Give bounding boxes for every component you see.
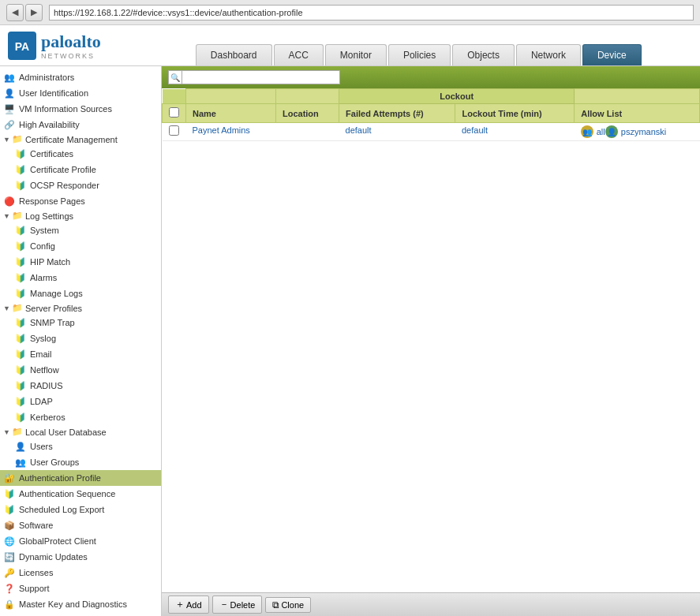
add-button[interactable]: ＋ Add: [168, 595, 209, 614]
browser-nav-buttons: ◀ ▶: [6, 4, 43, 21]
config-icon: 🔰: [14, 240, 27, 252]
snmp-trap-icon: 🔰: [14, 316, 27, 329]
search-icon[interactable]: 🔍: [168, 70, 182, 84]
sidebar-item-authentication-profile[interactable]: 🔐Authentication Profile: [0, 470, 161, 486]
sidebar-item-vm-information-sources[interactable]: 🖥️VM Information Sources: [0, 101, 161, 117]
sidebar-item-licenses[interactable]: 🔑Licenses: [0, 565, 161, 581]
sidebar-item-response-pages[interactable]: 🔴Response Pages: [0, 193, 161, 209]
sidebar-item-master-key-and-diagnostics[interactable]: 🔒Master Key and Diagnostics: [0, 596, 161, 612]
sidebar-item-ldap[interactable]: 🔰LDAP: [0, 394, 161, 409]
delete-button[interactable]: － Delete: [212, 595, 263, 614]
select-all-checkbox[interactable]: [169, 107, 179, 118]
row-location-cell: [275, 123, 339, 141]
failed-attempts-col-header[interactable]: Failed Attempts (#): [339, 104, 455, 123]
sidebar: 👥Administrators👤User Identification🖥️VM …: [0, 66, 162, 616]
scheduled-log-export-icon: 🔰: [3, 503, 16, 516]
lockout-time-col-header[interactable]: Lockout Time (min): [455, 104, 575, 123]
row-name-link[interactable]: Paynet Admins: [193, 125, 250, 135]
search-bar: 🔍: [168, 70, 340, 84]
sidebar-item-dynamic-updates[interactable]: 🔄Dynamic Updates: [0, 549, 161, 565]
sidebar-label-master-key-and-diagnostics: Master Key and Diagnostics: [19, 599, 127, 609]
sidebar-item-config[interactable]: 🔰Config: [0, 238, 161, 254]
user-avatar-icon: 👤: [605, 125, 618, 138]
sidebar-item-server-profiles[interactable]: ▼📁Server Profiles: [0, 301, 161, 315]
nav-tab-network[interactable]: Network: [516, 44, 581, 65]
sidebar-item-hip-match[interactable]: 🔰HIP Match: [0, 254, 161, 270]
sidebar-item-users[interactable]: 👤Users: [0, 439, 161, 454]
sidebar-item-local-user-database[interactable]: ▼📁Local User Database: [0, 425, 161, 439]
address-bar[interactable]: [49, 5, 694, 21]
sidebar-label-local-user-database: Local User Database: [25, 427, 107, 437]
sidebar-item-administrators[interactable]: 👥Administrators: [0, 69, 161, 85]
sidebar-item-software[interactable]: 📦Software: [0, 517, 161, 533]
sidebar-label-email: Email: [30, 349, 52, 359]
clone-icon: ⧉: [272, 599, 279, 610]
sidebar-label-snmp-trap: SNMP Trap: [30, 318, 75, 327]
logo-subtitle: NETWORKS: [41, 52, 101, 60]
row-failed-attempts-link[interactable]: default: [346, 125, 372, 135]
sidebar-item-kerberos[interactable]: 🔰Kerberos: [0, 409, 161, 425]
table-row: Paynet Adminsdefaultdefault👥all👤pszymans…: [163, 123, 700, 141]
sidebar-item-high-availability[interactable]: 🔗High Availability: [0, 117, 161, 133]
sidebar-label-alarms: Alarms: [30, 273, 57, 282]
nav-tab-objects[interactable]: Objects: [452, 44, 515, 65]
sidebar-label-log-settings: Log Settings: [25, 211, 73, 221]
checkbox-all-header[interactable]: [163, 104, 186, 123]
add-icon: ＋: [175, 598, 185, 611]
nav-tab-policies[interactable]: Policies: [388, 44, 451, 65]
sidebar-item-certificate-profile[interactable]: 🔰Certificate Profile: [0, 162, 161, 177]
sidebar-item-system[interactable]: 🔰System: [0, 222, 161, 238]
expand-arrow-log-settings: ▼: [3, 212, 10, 220]
table-area: Lockout Name Location Failed Attempts (#…: [162, 88, 700, 592]
nav-tab-acc[interactable]: ACC: [274, 44, 324, 65]
row-checkbox-cell: [163, 123, 186, 141]
sidebar-item-authentication-sequence[interactable]: 🔰Authentication Sequence: [0, 486, 161, 502]
sidebar-item-support[interactable]: ❓Support: [0, 581, 161, 596]
logo-bar: PA paloalto NETWORKS DashboardACCMonitor…: [0, 25, 700, 66]
radius-icon: 🔰: [14, 379, 27, 392]
nav-tab-dashboard[interactable]: Dashboard: [196, 44, 272, 65]
location-col-spacer: [275, 89, 339, 104]
logo-name: paloalto: [41, 32, 101, 52]
row-lockout-time-cell: default: [455, 123, 575, 141]
sidebar-item-scheduled-log-export[interactable]: 🔰Scheduled Log Export: [0, 502, 161, 517]
system-icon: 🔰: [14, 224, 27, 237]
expand-arrow-certificate-management: ▼: [3, 136, 10, 144]
nav-tab-monitor[interactable]: Monitor: [325, 44, 387, 65]
name-col-header[interactable]: Name: [186, 104, 276, 123]
nav-tab-device[interactable]: Device: [582, 44, 642, 65]
back-button[interactable]: ◀: [6, 4, 24, 21]
allow-list-user-label-1[interactable]: pszymanski: [621, 127, 666, 136]
sidebar-label-dynamic-updates: Dynamic Updates: [19, 552, 88, 562]
allow-list-user-label-0[interactable]: all: [597, 127, 605, 136]
sidebar-label-ocsp-responder: OCSP Responder: [30, 181, 99, 190]
sidebar-item-snmp-trap[interactable]: 🔰SNMP Trap: [0, 315, 161, 330]
table-body: Paynet Adminsdefaultdefault👥all👤pszymans…: [163, 123, 700, 141]
allow-list-col-header[interactable]: Allow List: [575, 104, 700, 123]
sidebar-label-globalprotect-client: GlobalProtect Client: [19, 536, 96, 546]
main-layout: 👥Administrators👤User Identification🖥️VM …: [0, 66, 700, 616]
sidebar-label-ldap: LDAP: [30, 397, 53, 406]
sidebar-item-log-settings[interactable]: ▼📁Log Settings: [0, 209, 161, 222]
location-col-header[interactable]: Location: [275, 104, 339, 123]
sidebar-item-radius[interactable]: 🔰RADIUS: [0, 378, 161, 394]
sidebar-item-manage-logs[interactable]: 🔰Manage Logs: [0, 286, 161, 301]
sidebar-label-system: System: [30, 226, 59, 235]
row-checkbox[interactable]: [169, 125, 179, 136]
sidebar-item-certificates[interactable]: 🔰Certificates: [0, 146, 161, 162]
row-lockout-time-link[interactable]: default: [462, 125, 488, 135]
sidebar-item-globalprotect-client[interactable]: 🌐GlobalProtect Client: [0, 533, 161, 549]
sidebar-item-user-identification[interactable]: 👤User Identification: [0, 85, 161, 101]
search-input[interactable]: [182, 70, 340, 84]
sidebar-item-netflow[interactable]: 🔰Netflow: [0, 362, 161, 378]
sidebar-item-user-groups[interactable]: 👥User Groups: [0, 454, 161, 470]
sidebar-item-ocsp-responder[interactable]: 🔰OCSP Responder: [0, 177, 161, 193]
sidebar-item-alarms[interactable]: 🔰Alarms: [0, 270, 161, 286]
sidebar-item-email[interactable]: 🔰Email: [0, 346, 161, 362]
forward-button[interactable]: ▶: [25, 4, 43, 21]
sidebar-label-vm-information-sources: VM Information Sources: [19, 104, 112, 114]
sidebar-item-syslog[interactable]: 🔰Syslog: [0, 330, 161, 346]
sidebar-item-certificate-management[interactable]: ▼📁Certificate Management: [0, 133, 161, 146]
clone-button[interactable]: ⧉ Clone: [265, 597, 311, 613]
sidebar-label-authentication-sequence: Authentication Sequence: [19, 489, 115, 498]
